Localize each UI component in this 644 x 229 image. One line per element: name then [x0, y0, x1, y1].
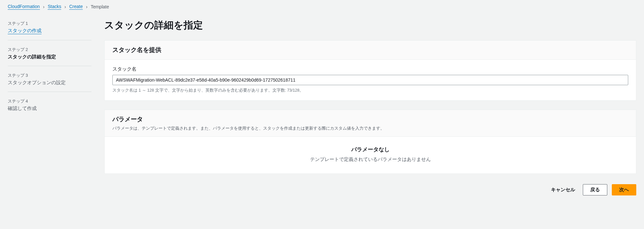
parameters-panel: パラメータ パラメータは、テンプレートで定義されます。また、パラメータを使用する…	[104, 110, 636, 174]
stack-name-panel: スタック名を提供 スタック名 スタック名は 1 ～ 128 文字で、文字から始ま…	[104, 40, 636, 101]
breadcrumb-stacks[interactable]: Stacks	[48, 4, 61, 10]
stack-name-label: スタック名	[112, 66, 628, 72]
step-label: ステップ 3	[8, 73, 91, 78]
wizard-step-2: ステップ 2 スタックの詳細を指定	[8, 45, 91, 66]
breadcrumb-current: Template	[91, 4, 109, 9]
step-label: ステップ 1	[8, 21, 91, 26]
stack-name-heading: スタック名を提供	[112, 46, 628, 54]
back-button[interactable]: 戻る	[583, 184, 607, 195]
step-title: 確認して作成	[8, 105, 37, 111]
breadcrumb: CloudFormation › Stacks › Create › Templ…	[8, 4, 636, 10]
empty-state-subtitle: テンプレートで定義されているパラメータはありません	[111, 156, 630, 163]
step-title: スタックの詳細を指定	[8, 54, 56, 59]
wizard-step-3: ステップ 3 スタックオプションの設定	[8, 71, 91, 92]
wizard-step-1[interactable]: ステップ 1 スタックの作成	[8, 19, 91, 40]
page-title: スタックの詳細を指定	[104, 19, 636, 32]
breadcrumb-create[interactable]: Create	[69, 4, 83, 10]
next-button[interactable]: 次へ	[612, 184, 636, 195]
chevron-right-icon: ›	[64, 4, 66, 9]
parameters-empty-state: パラメータなし テンプレートで定義されているパラメータはありません	[105, 137, 636, 174]
step-label: ステップ 2	[8, 47, 91, 53]
step-title: スタックオプションの設定	[8, 80, 66, 85]
breadcrumb-cloudformation[interactable]: CloudFormation	[8, 4, 40, 10]
cancel-button[interactable]: キャンセル	[548, 184, 578, 195]
step-label: ステップ 4	[8, 98, 91, 104]
step-title[interactable]: スタックの作成	[8, 28, 42, 34]
empty-state-title: パラメータなし	[111, 146, 630, 153]
stack-name-hint: スタック名は 1 ～ 128 文字で、文字から始まり、英数字のみを含む必要があり…	[112, 88, 628, 93]
chevron-right-icon: ›	[43, 4, 45, 9]
wizard-step-4: ステップ 4 確認して作成	[8, 96, 91, 117]
footer-actions: キャンセル 戻る 次へ	[104, 183, 636, 195]
chevron-right-icon: ›	[86, 4, 88, 9]
panel-header: スタック名を提供	[105, 41, 636, 60]
main-content: スタックの詳細を指定 スタック名を提供 スタック名 スタック名は 1 ～ 128…	[104, 19, 636, 195]
wizard-steps: ステップ 1 スタックの作成 ステップ 2 スタックの詳細を指定 ステップ 3 …	[8, 19, 91, 122]
parameters-heading: パラメータ	[112, 115, 628, 124]
parameters-description: パラメータは、テンプレートで定義されます。また、パラメータを使用すると、スタック…	[112, 125, 628, 131]
stack-name-input[interactable]	[112, 75, 628, 85]
panel-header: パラメータ パラメータは、テンプレートで定義されます。また、パラメータを使用する…	[105, 110, 636, 137]
